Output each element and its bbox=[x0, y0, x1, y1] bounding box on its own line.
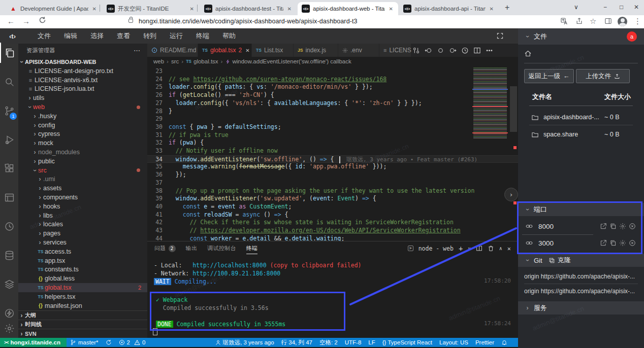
clone-button[interactable]: 克隆 bbox=[558, 256, 571, 265]
tree-folder[interactable]: ›libs bbox=[18, 211, 147, 220]
sync-button[interactable] bbox=[102, 338, 115, 347]
browser-tab[interactable]: <t>apisix-dashboard-api - TitanID✕ bbox=[399, 2, 499, 15]
blame-item[interactable]: 琚致远, 3 years ago bbox=[212, 338, 278, 347]
status-item-4[interactable]: {} TypeScript React bbox=[379, 338, 436, 347]
remote-indicator[interactable]: ><hongxi.titanide.cn bbox=[0, 338, 67, 347]
close-tab-icon[interactable]: ✕ bbox=[189, 5, 195, 13]
minimize-icon[interactable]: − bbox=[603, 4, 607, 11]
panel-tab[interactable]: 调试控制台 bbox=[207, 245, 236, 252]
layers-icon[interactable] bbox=[0, 274, 18, 294]
tree-file[interactable]: TSglobal.tsx2 bbox=[18, 283, 147, 292]
run-debug-icon[interactable] bbox=[0, 129, 18, 150]
breadcrumb-item[interactable]: global.tsx bbox=[194, 58, 218, 64]
tree-folder[interactable]: ›hooks bbox=[18, 202, 147, 211]
history-icon[interactable] bbox=[461, 47, 469, 54]
maximize-icon[interactable]: □ bbox=[620, 4, 623, 11]
back-icon[interactable]: ← bbox=[7, 17, 15, 25]
panel-tab[interactable]: 问题2 bbox=[154, 245, 176, 252]
expand-right-panel-button[interactable]: › bbox=[504, 188, 518, 201]
editor-tab[interactable]: ≡LICENS bbox=[379, 44, 411, 57]
gear-icon[interactable] bbox=[619, 239, 626, 247]
tree-file[interactable]: {}global.less bbox=[18, 274, 147, 283]
git-remote-row[interactable]: origin https://github.com/apache/apisix-… bbox=[524, 288, 639, 295]
clone-icon[interactable] bbox=[549, 257, 555, 264]
port-row[interactable]: 3000 bbox=[518, 236, 644, 250]
ports-section-header[interactable]: ›端口 bbox=[518, 203, 644, 216]
profile-avatar[interactable] bbox=[618, 17, 627, 26]
tree-folder[interactable]: ›.umi bbox=[18, 175, 147, 184]
close-tab-icon[interactable]: ✕ bbox=[245, 48, 249, 53]
tree-folder[interactable]: ›web bbox=[18, 102, 147, 112]
close-window-icon[interactable]: ✕ bbox=[634, 4, 639, 11]
status-item-0[interactable]: 行 34, 列 47 bbox=[278, 338, 316, 347]
terminal-shell-label[interactable]: node - web bbox=[418, 245, 454, 252]
menu-item[interactable]: 帮助 bbox=[216, 31, 242, 41]
browser-tab[interactable]: ▲Development Guide | Apache✕ bbox=[5, 2, 102, 15]
address-bar[interactable]: hongxi.titanide.cn/ide/web/coding/apisix… bbox=[139, 18, 358, 25]
tree-file[interactable]: TSconstants.ts bbox=[18, 265, 147, 274]
reload-icon[interactable] bbox=[39, 16, 46, 24]
tree-folder[interactable]: ›.husky bbox=[18, 112, 147, 121]
breadcrumb-item[interactable]: web bbox=[153, 58, 164, 64]
browser-tab[interactable]: <t>开发空间 - TitanIDE✕ bbox=[103, 2, 199, 15]
status-item-1[interactable]: 空格: 2 bbox=[316, 338, 341, 347]
tree-folder[interactable]: ›pages bbox=[18, 229, 147, 238]
git-branch-item[interactable]: master* bbox=[67, 338, 102, 347]
menu-item[interactable]: 查看 bbox=[110, 31, 137, 41]
timer-icon[interactable] bbox=[0, 216, 18, 236]
editor-tab[interactable]: TSglobal.tsx2✕ bbox=[198, 44, 252, 57]
tab-search-icon[interactable]: ∨ bbox=[574, 4, 578, 11]
share-icon[interactable] bbox=[575, 17, 583, 25]
problems-item[interactable]: 20 bbox=[115, 338, 149, 347]
tree-folder[interactable]: ›mock bbox=[18, 138, 147, 148]
status-item-3[interactable]: LF bbox=[365, 338, 378, 347]
browser-tab[interactable]: <t>apisix-dashboard-test - TitanID✕ bbox=[200, 2, 297, 15]
chevron-up-icon[interactable]: ∧ bbox=[499, 246, 502, 251]
notifications-bell-icon[interactable] bbox=[498, 338, 511, 347]
nav-forward-icon[interactable] bbox=[449, 47, 457, 54]
diff-icon[interactable] bbox=[412, 47, 420, 54]
close-icon[interactable]: ✕ bbox=[507, 245, 511, 252]
tree-folder[interactable]: ›public bbox=[18, 157, 147, 166]
tree-folder[interactable]: ›utils bbox=[18, 93, 147, 102]
breadcrumb-item[interactable]: src bbox=[171, 58, 179, 64]
tree-folder[interactable]: ›assets bbox=[18, 184, 147, 193]
editor-tab[interactable]: JSindex.js bbox=[294, 44, 338, 57]
menu-item[interactable]: 文件 bbox=[31, 31, 57, 41]
minimap[interactable] bbox=[473, 67, 507, 138]
status-item-2[interactable]: UTF-8 bbox=[341, 338, 365, 347]
sidebar-section-2[interactable]: ›SVN bbox=[18, 329, 147, 338]
panel-tab[interactable]: 输出 bbox=[186, 245, 198, 252]
bookmark-star-icon[interactable]: ☆ bbox=[590, 17, 596, 26]
menu-item[interactable]: 编辑 bbox=[57, 31, 84, 41]
home-icon[interactable] bbox=[524, 50, 532, 57]
files-icon[interactable] bbox=[0, 43, 18, 63]
nav-dot-icon[interactable] bbox=[437, 47, 444, 54]
tree-file[interactable]: {}manifest.json bbox=[18, 301, 147, 310]
git-remote-row[interactable]: origin https://github.com/apache/apisix-… bbox=[524, 273, 639, 280]
browser-menu-icon[interactable]: ⋮ bbox=[634, 17, 641, 26]
sidebar-section-1[interactable]: ›时间线 bbox=[18, 320, 147, 329]
menu-item[interactable]: 转到 bbox=[137, 31, 163, 41]
tree-folder[interactable]: ›node_modules bbox=[18, 148, 147, 157]
breadcrumb-item[interactable]: window.addEventListener('sw.offline') ca… bbox=[232, 58, 351, 64]
database-icon[interactable] bbox=[0, 245, 18, 265]
file-row[interactable]: space.share~ 0 B bbox=[518, 127, 644, 142]
tree-file[interactable]: TSaccess.ts bbox=[18, 247, 147, 256]
status-item-6[interactable]: Prettier bbox=[472, 338, 498, 347]
browser-tab[interactable]: <t>apisix-dashboard-web - TitanID✕ bbox=[298, 2, 398, 15]
copy-icon[interactable] bbox=[609, 223, 617, 230]
files-section-header[interactable]: ›文件a bbox=[518, 28, 644, 45]
split-panel-icon[interactable] bbox=[476, 245, 482, 252]
more-actions-icon[interactable]: ⋯ bbox=[134, 47, 140, 54]
gear-icon[interactable] bbox=[619, 223, 626, 230]
forward-icon[interactable]: → bbox=[22, 17, 30, 25]
close-circle-icon[interactable] bbox=[629, 239, 636, 247]
status-item-5[interactable]: Layout: US bbox=[436, 338, 472, 347]
sidebar-section-0[interactable]: ›大纲 bbox=[18, 310, 147, 320]
source-control-icon[interactable]: 1 bbox=[0, 100, 18, 121]
close-tab-icon[interactable]: ✕ bbox=[489, 5, 495, 13]
explorer-root-folder[interactable]: › APISIX-DASHBOARD-WEB bbox=[18, 57, 147, 66]
editor-tab[interactable]: TSList.tsx bbox=[252, 44, 294, 57]
tree-file[interactable]: ≡LICENSE-json.lua.txt bbox=[18, 85, 147, 94]
